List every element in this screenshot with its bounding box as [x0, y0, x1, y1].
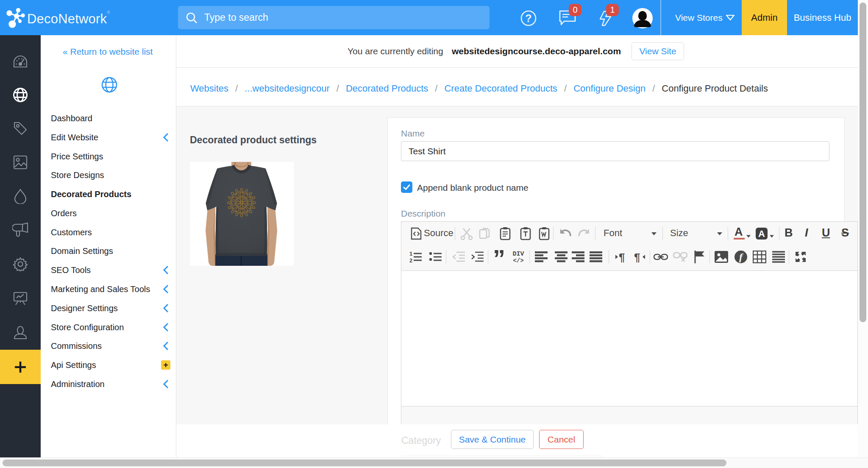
svg-text:A: A	[758, 228, 765, 239]
svg-text:DIV: DIV	[512, 251, 524, 258]
svg-text:¶: ¶	[634, 251, 640, 263]
svg-text:</>: </>	[513, 257, 523, 264]
svg-text:1: 1	[409, 251, 412, 257]
svg-text:?: ?	[525, 12, 531, 24]
svg-text:2: 2	[409, 257, 412, 263]
svg-text:¶: ¶	[619, 251, 625, 263]
